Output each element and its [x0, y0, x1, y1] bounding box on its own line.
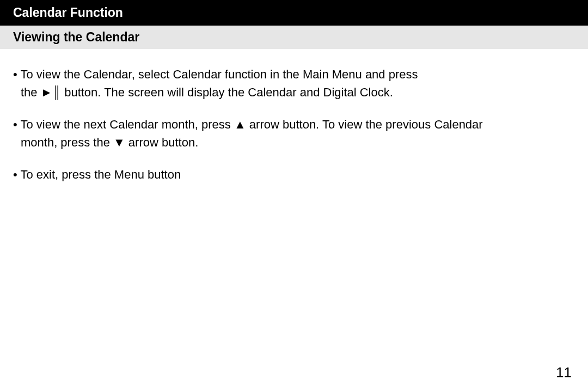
subsection-title: Viewing the Calendar [13, 30, 575, 45]
bullet-item: • To view the next Calendar month, press… [13, 115, 575, 151]
bullet-text: • To exit, press the Menu button [13, 166, 575, 183]
page-number: 11 [556, 364, 572, 381]
bullet-item: • To view the Calendar, select Calendar … [13, 65, 575, 101]
section-header-bar: Calendar Function [0, 0, 588, 26]
bullet-text: • To view the Calendar, select Calendar … [13, 65, 575, 83]
body-content: • To view the Calendar, select Calendar … [0, 49, 588, 183]
section-title: Calendar Function [13, 5, 575, 20]
bullet-item: • To exit, press the Menu button [13, 166, 575, 183]
bullet-text: month, press the ▼ arrow button. [13, 133, 575, 151]
manual-page: Calendar Function Viewing the Calendar •… [0, 0, 588, 392]
bullet-text: the ►║ button. The screen will display t… [13, 83, 575, 101]
subsection-header-bar: Viewing the Calendar [0, 26, 588, 49]
bullet-text: • To view the next Calendar month, press… [13, 115, 575, 133]
